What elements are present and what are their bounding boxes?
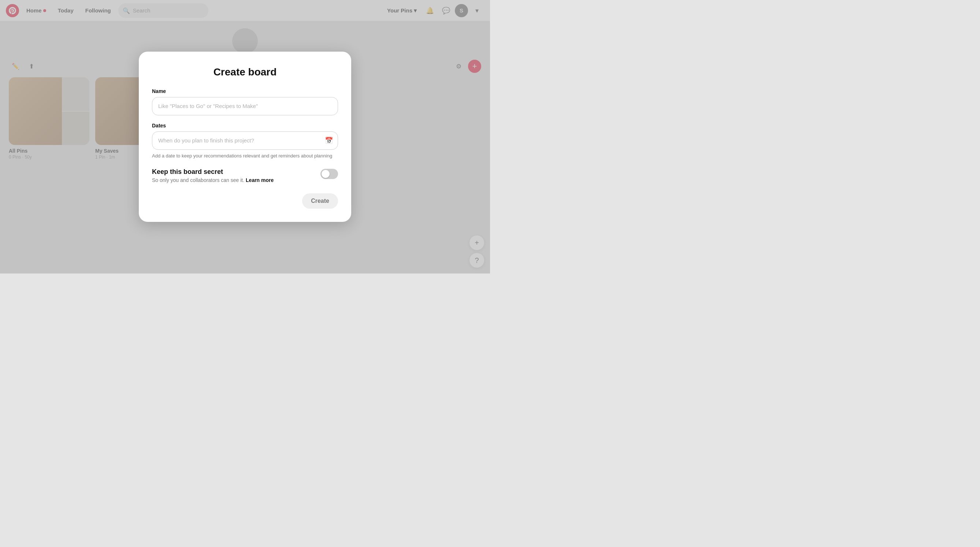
modal-title: Create board xyxy=(152,66,338,78)
modal-footer: Create xyxy=(152,193,338,209)
create-board-modal: Create board Name Dates 📅 Add a date to … xyxy=(139,52,351,222)
learn-more-link[interactable]: Learn more xyxy=(246,177,274,183)
name-label: Name xyxy=(152,88,338,94)
create-button[interactable]: Create xyxy=(302,193,338,209)
calendar-icon[interactable]: 📅 xyxy=(325,137,333,145)
secret-desc: So only you and collaborators can see it… xyxy=(152,177,274,183)
date-input-wrap: 📅 xyxy=(152,132,338,150)
dates-label: Dates xyxy=(152,122,338,129)
date-hint: Add a date to keep your recommendations … xyxy=(152,153,338,159)
dates-input[interactable] xyxy=(152,132,338,150)
board-name-input[interactable] xyxy=(152,97,338,115)
secret-row: Keep this board secret So only you and c… xyxy=(152,168,338,183)
secret-toggle[interactable] xyxy=(320,169,338,179)
secret-title: Keep this board secret xyxy=(152,168,274,176)
modal-overlay[interactable]: Create board Name Dates 📅 Add a date to … xyxy=(0,0,490,274)
toggle-knob xyxy=(321,170,329,178)
secret-text-block: Keep this board secret So only you and c… xyxy=(152,168,274,183)
